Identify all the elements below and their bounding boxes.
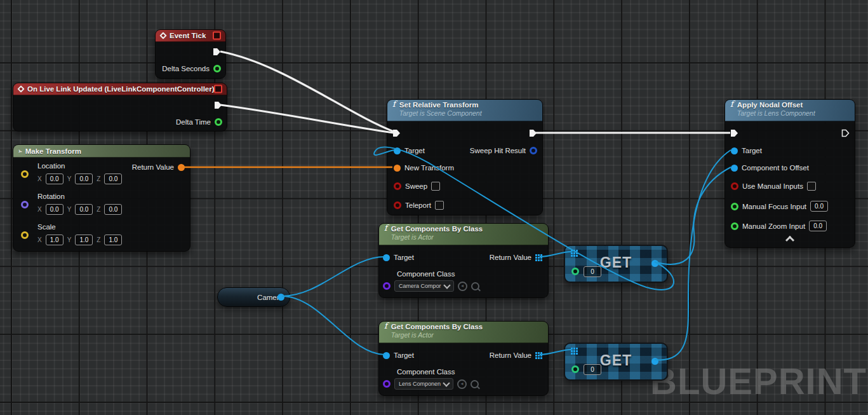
- location-x-field[interactable]: 0.0: [46, 173, 63, 184]
- node-on-live-link-updated[interactable]: On Live Link Updated (LiveLinkComponentC…: [13, 83, 227, 132]
- use-selected-asset-icon[interactable]: ◂: [458, 282, 467, 291]
- pin-row-return-value[interactable]: Return Value: [132, 163, 185, 171]
- node-get-components-by-class-lens[interactable]: f Get Components By Class Target is Acto…: [378, 321, 549, 396]
- manual-zoom-field[interactable]: 0.0: [809, 221, 827, 231]
- scale-y-field[interactable]: 1.0: [75, 235, 93, 245]
- browse-icon[interactable]: [471, 282, 479, 290]
- pin-row-sweep[interactable]: Sweep: [394, 182, 440, 191]
- node-header[interactable]: f Set Relative Transform Target is Scene…: [387, 100, 542, 121]
- location-z-field[interactable]: 0.0: [104, 173, 122, 184]
- exec-in-pin[interactable]: [730, 128, 739, 138]
- exec-out-pin[interactable]: [841, 128, 850, 138]
- object-pin-icon[interactable]: [731, 165, 738, 172]
- bool-pin-icon[interactable]: [394, 182, 401, 190]
- pin-row-return-value[interactable]: Return Value: [490, 351, 542, 359]
- pin-row-target[interactable]: Target: [731, 147, 762, 154]
- node-apply-nodal-offset[interactable]: f Apply Nodal Offset Target is Lens Comp…: [724, 99, 855, 248]
- node-array-get-camera[interactable]: GET 0: [564, 245, 668, 283]
- teleport-checkbox[interactable]: [435, 201, 444, 210]
- object-pin-icon[interactable]: [651, 260, 658, 267]
- pin-row-delta-seconds[interactable]: Delta Seconds: [162, 65, 221, 72]
- object-pin-icon[interactable]: [394, 147, 401, 154]
- node-title: Get Components By Class: [391, 323, 483, 330]
- object-pin-icon[interactable]: [731, 147, 738, 154]
- class-pin-icon[interactable]: [383, 380, 391, 388]
- node-event-tick[interactable]: Event Tick Delta Seconds: [155, 29, 226, 79]
- vector-pin-icon[interactable]: [21, 170, 29, 178]
- browse-icon[interactable]: [471, 380, 479, 388]
- node-make-transform[interactable]: ›- Make Transform Return Value Location …: [13, 144, 190, 252]
- node-get-components-by-class-camera[interactable]: f Get Components By Class Target is Acto…: [378, 223, 549, 298]
- use-selected-asset-icon[interactable]: ◂: [457, 379, 467, 389]
- array-pin-icon[interactable]: [535, 254, 542, 261]
- pin-row-teleport[interactable]: Teleport: [394, 201, 444, 210]
- exec-in-pin[interactable]: [392, 128, 401, 138]
- node-header[interactable]: f Get Components By Class Target is Acto…: [379, 322, 548, 343]
- component-class-dropdown[interactable]: Camera Compor: [394, 280, 454, 292]
- function-icon: f: [384, 322, 387, 330]
- float-pin-icon[interactable]: [731, 222, 738, 230]
- float-pin-icon[interactable]: [731, 203, 738, 210]
- object-pin-icon[interactable]: [383, 254, 390, 261]
- exec-out-pin[interactable]: [528, 128, 538, 138]
- pin-row-sweep-hit-result[interactable]: Sweep Hit Result: [470, 147, 537, 154]
- component-class-dropdown[interactable]: Lens Componen: [394, 378, 453, 390]
- pin-row-manual-focus-input[interactable]: Manual Focus Input 0.0: [731, 201, 828, 212]
- manual-focus-field[interactable]: 0.0: [810, 201, 828, 212]
- blueprint-graph-canvas[interactable]: BLUEPRINT Event Tick Delta Seconds On Li…: [0, 0, 868, 415]
- exec-out-pin[interactable]: [213, 100, 223, 110]
- pin-row-new-transform[interactable]: New Transform: [394, 164, 454, 172]
- node-header[interactable]: f Get Components By Class Target is Acto…: [379, 224, 548, 245]
- pin-row-target[interactable]: Target: [394, 147, 425, 154]
- rotation-y-field[interactable]: 0.0: [75, 204, 93, 215]
- pin-row-use-manual-inputs[interactable]: Use Manual Inputs: [731, 182, 816, 191]
- exec-out-pin[interactable]: [212, 47, 222, 57]
- pin-row-target[interactable]: Target: [383, 351, 414, 359]
- pin-row-manual-zoom-input[interactable]: Manual Zoom Input 0.0: [731, 221, 827, 231]
- transform-pin-icon[interactable]: [394, 165, 401, 172]
- object-pin-icon[interactable]: [651, 358, 658, 365]
- collapse-chevron-icon[interactable]: [787, 237, 793, 241]
- node-header[interactable]: Event Tick: [156, 30, 225, 42]
- node-header[interactable]: ›- Make Transform: [13, 145, 190, 158]
- dropdown-value: Lens Componen: [399, 381, 441, 387]
- bool-pin-icon[interactable]: [731, 182, 738, 190]
- object-pin-icon[interactable]: [383, 352, 390, 359]
- sweep-checkbox[interactable]: [431, 182, 440, 191]
- index-field[interactable]: 0: [584, 266, 601, 277]
- object-pin-icon[interactable]: [277, 294, 284, 301]
- pin-label: Target: [742, 147, 762, 154]
- vector-pin-icon[interactable]: [21, 231, 29, 239]
- node-camera-variable[interactable]: Camera: [217, 287, 290, 307]
- rotation-x-field[interactable]: 0.0: [46, 204, 63, 215]
- axis-y-label: Y: [67, 175, 72, 182]
- pin-row-return-value[interactable]: Return Value: [490, 254, 542, 261]
- event-icon: [159, 32, 166, 39]
- float-pin-icon[interactable]: [215, 118, 222, 126]
- struct-pin-icon[interactable]: [530, 147, 537, 154]
- transform-pin-icon[interactable]: [178, 164, 185, 171]
- use-manual-inputs-checkbox[interactable]: [807, 182, 816, 191]
- node-set-relative-transform[interactable]: f Set Relative Transform Target is Scene…: [387, 99, 543, 215]
- pin-row-component-class[interactable]: Lens Componen ◂: [383, 378, 479, 390]
- pin-row-component-to-offset[interactable]: Component to Offset: [731, 164, 809, 172]
- node-header[interactable]: On Live Link Updated (LiveLinkComponentC…: [13, 83, 227, 95]
- array-pin-icon[interactable]: [535, 352, 542, 359]
- node-array-get-lens[interactable]: GET 0: [564, 343, 668, 381]
- int-pin-icon[interactable]: [571, 268, 579, 275]
- scale-x-field[interactable]: 1.0: [46, 235, 63, 245]
- rotator-pin-icon[interactable]: [21, 201, 29, 208]
- pin-row-component-class[interactable]: Camera Compor ◂: [383, 280, 479, 292]
- rotation-z-field[interactable]: 0.0: [104, 204, 122, 215]
- bool-pin-icon[interactable]: [394, 201, 401, 209]
- float-pin-icon[interactable]: [213, 65, 221, 72]
- scale-z-field[interactable]: 1.0: [104, 235, 122, 245]
- node-header[interactable]: f Apply Nodal Offset Target is Lens Comp…: [725, 100, 855, 121]
- class-pin-icon[interactable]: [383, 282, 391, 290]
- index-field[interactable]: 0: [584, 364, 601, 375]
- location-y-field[interactable]: 0.0: [75, 173, 93, 184]
- int-pin-icon[interactable]: [571, 365, 579, 373]
- pin-row-target[interactable]: Target: [383, 254, 414, 261]
- pin-label: Sweep: [405, 182, 427, 190]
- pin-row-delta-time[interactable]: Delta Time: [176, 118, 222, 126]
